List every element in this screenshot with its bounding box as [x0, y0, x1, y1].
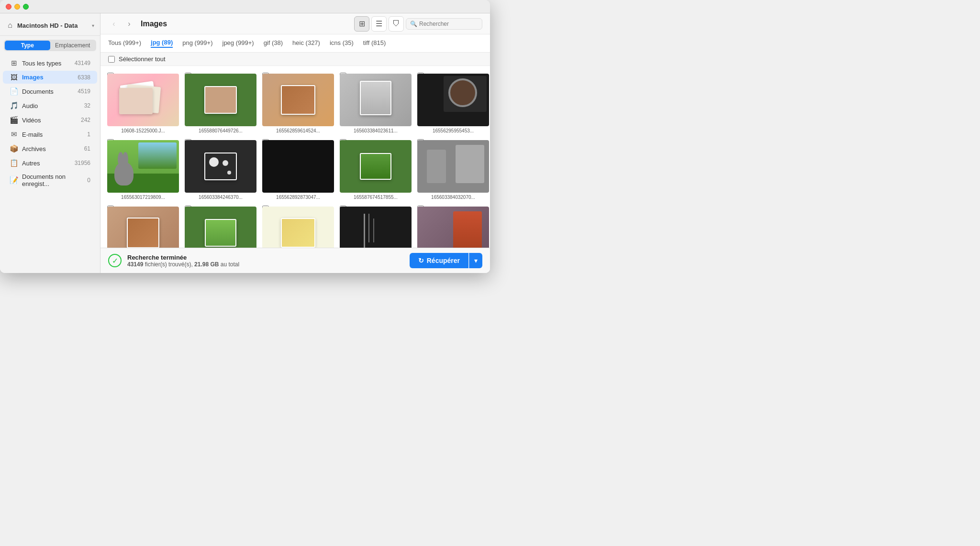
status-bar: ✓ Recherche terminée 43149 fichier(s) tr…	[100, 248, 490, 273]
sidebar-item-archives[interactable]: 📦 Archives 61	[3, 142, 97, 155]
image-cell-6[interactable]: 165563017219809...	[104, 136, 182, 203]
image-cell-14[interactable]: 165603384248541...	[337, 203, 414, 248]
image-cell-12[interactable]: 165595203950481...	[182, 203, 259, 248]
status-icon: ✓	[108, 254, 122, 267]
sidebar-label-autres: Autres	[22, 160, 71, 167]
select-all-checkbox[interactable]	[108, 56, 115, 63]
close-button[interactable]	[6, 4, 11, 10]
documents-icon: 📄	[10, 87, 18, 96]
image-cell-7[interactable]: 165603384246370...	[182, 136, 259, 203]
image-cell-9[interactable]: 165587674517855...	[337, 136, 414, 203]
sidebar-item-all-types[interactable]: ⊞ Tous les types 43149	[3, 56, 97, 70]
image-cell-13[interactable]: 165603384026270...	[259, 203, 337, 248]
tab-type[interactable]: Type	[5, 41, 50, 50]
image-cell-5[interactable]: 16556295955453...	[414, 70, 490, 136]
sidebar-item-videos[interactable]: 🎬 Vidéos 242	[3, 113, 97, 127]
image-thumb-13	[262, 207, 334, 248]
sidebar-item-emails[interactable]: ✉ E-mails 1	[3, 128, 97, 141]
sidebar-label-all-types: Tous les types	[22, 60, 71, 67]
recover-dropdown-button[interactable]: ▾	[469, 253, 482, 268]
image-cell-15[interactable]: 165603348236880...	[414, 203, 490, 248]
traffic-lights	[6, 4, 29, 10]
sidebar-count-archives: 61	[84, 145, 90, 152]
image-cell-1[interactable]: 10608-15225000.J...	[104, 70, 182, 136]
image-cell-8[interactable]: 165562892873047...	[259, 136, 337, 203]
sidebar-item-docs-non-enr[interactable]: 📝 Documents non enregist... 0	[3, 171, 97, 190]
filter-button[interactable]: ⛉	[389, 16, 404, 32]
filter-tab-tiff[interactable]: tiff (815)	[363, 39, 386, 47]
drive-header[interactable]: ⌂ Macintosh HD - Data ▾	[0, 17, 100, 36]
image-thumb-15	[417, 207, 489, 248]
image-name-3: 165562859614524...	[276, 128, 320, 133]
sidebar: ⌂ Macintosh HD - Data ▾ Type Emplacement…	[0, 13, 100, 273]
image-thumb-14	[340, 207, 412, 248]
videos-icon: 🎬	[10, 116, 18, 124]
image-cell-4[interactable]: 165603384023611...	[337, 70, 414, 136]
forward-button[interactable]: ›	[123, 18, 135, 30]
image-thumb-10	[417, 140, 489, 193]
docs-non-enr-icon: 📝	[10, 176, 18, 185]
recover-label: Récupérer	[427, 257, 460, 264]
image-thumb-6	[107, 140, 179, 193]
drive-chevron-icon: ▾	[92, 23, 94, 28]
image-grid: 10608-15225000.J... 165588076449726... 1…	[100, 66, 490, 248]
image-cell-2[interactable]: 165588076449726...	[182, 70, 259, 136]
toolbar-icons: ⊞ ☰ ⛉ 🔍	[354, 16, 482, 32]
sidebar-count-audio: 32	[84, 102, 90, 109]
search-input[interactable]	[419, 21, 477, 27]
image-name-4: 165603384023611...	[354, 128, 398, 133]
filter-tab-png[interactable]: png (999+)	[182, 39, 212, 47]
sidebar-label-docs-non-enr: Documents non enregist...	[22, 173, 83, 187]
recover-button[interactable]: ↻ Récupérer	[410, 253, 468, 268]
sidebar-label-images: Images	[22, 74, 74, 81]
image-thumb-5	[417, 74, 489, 126]
recover-btn-wrap: ↻ Récupérer ▾	[410, 253, 482, 268]
maximize-button[interactable]	[23, 4, 29, 10]
image-name-9: 165587674517855...	[354, 195, 398, 200]
status-count: 43149	[127, 261, 143, 268]
app-body: ⌂ Macintosh HD - Data ▾ Type Emplacement…	[0, 13, 490, 273]
sidebar-item-documents[interactable]: 📄 Documents 4519	[3, 85, 97, 98]
filter-tab-icns[interactable]: icns (35)	[330, 39, 354, 47]
home-icon: ⌂	[6, 21, 14, 30]
grid-icon: ⊞	[10, 59, 18, 67]
image-cell-10[interactable]: 165603384032070...	[414, 136, 490, 203]
email-icon: ✉	[10, 130, 18, 139]
status-size-suffix: au total	[221, 261, 239, 268]
title-bar	[0, 0, 490, 13]
recover-icon: ↻	[418, 257, 424, 264]
grid-view-button[interactable]: ⊞	[354, 16, 369, 32]
sidebar-count-images: 6338	[78, 74, 90, 81]
page-title: Images	[141, 20, 350, 28]
filter-tab-gif[interactable]: gif (38)	[264, 39, 283, 47]
top-bar: ‹ › Images ⊞ ☰ ⛉ 🔍	[100, 13, 490, 34]
image-thumb-11	[107, 207, 179, 248]
image-thumb-2	[185, 74, 256, 126]
image-name-7: 165603384246370...	[199, 195, 243, 200]
tab-emplacement[interactable]: Emplacement	[50, 41, 96, 50]
image-thumb-1	[107, 74, 179, 126]
sidebar-item-autres[interactable]: 📋 Autres 31956	[3, 156, 97, 170]
image-thumb-9	[340, 140, 412, 193]
back-button[interactable]: ‹	[108, 18, 120, 30]
filter-tab-tous[interactable]: Tous (999+)	[108, 39, 141, 47]
minimize-button[interactable]	[14, 4, 20, 10]
search-box: 🔍	[406, 18, 482, 30]
filter-tab-jpg[interactable]: jpg (89)	[151, 39, 173, 48]
autres-icon: 📋	[10, 159, 18, 167]
search-icon: 🔍	[410, 21, 417, 27]
filter-tab-jpeg[interactable]: jpeg (999+)	[223, 39, 254, 47]
image-cell-3[interactable]: 165562859614524...	[259, 70, 337, 136]
images-icon: 🖼	[10, 73, 18, 81]
list-view-button[interactable]: ☰	[371, 16, 387, 32]
sidebar-count-emails: 1	[87, 131, 90, 138]
image-cell-11[interactable]: 165587971984267...	[104, 203, 182, 248]
filter-tab-heic[interactable]: heic (327)	[292, 39, 320, 47]
sidebar-item-images[interactable]: 🖼 Images 6338	[3, 71, 97, 84]
image-name-2: 165588076449726...	[199, 128, 243, 133]
status-subtitle: 43149 fichier(s) trouvé(s), 21.98 GB au …	[127, 261, 404, 268]
sidebar-count-documents: 4519	[78, 88, 90, 95]
main-content: ‹ › Images ⊞ ☰ ⛉ 🔍 Tous (999+) jpg (89) …	[100, 13, 490, 273]
sidebar-label-documents: Documents	[22, 88, 74, 95]
sidebar-item-audio[interactable]: 🎵 Audio 32	[3, 99, 97, 112]
